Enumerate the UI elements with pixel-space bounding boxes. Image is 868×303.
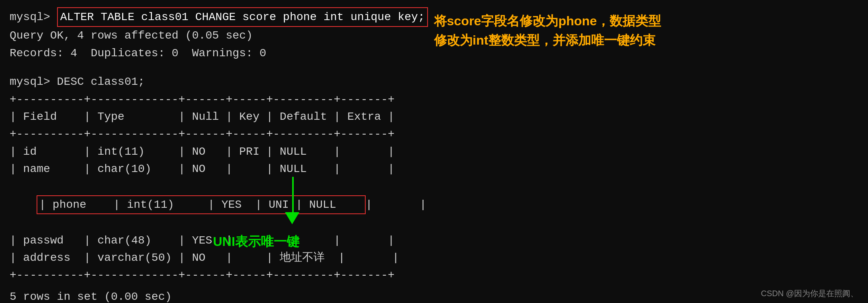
output-text-2: Records: 4 Duplicates: 0 Warnings: 0 bbox=[10, 45, 266, 62]
table-row-phone: | phone | int(11) | YES | UNI | NULL | | bbox=[10, 178, 858, 232]
table-separator-header: +----------+-------------+------+-----+-… bbox=[10, 125, 858, 143]
phone-row-highlight: | phone | int(11) | YES | UNI | NULL bbox=[37, 195, 366, 214]
annotation-orange-line2: 修改为int整数类型，并添加唯一键约束 bbox=[434, 31, 661, 50]
table-separator-top: +----------+-------------+------+-----+-… bbox=[10, 91, 858, 108]
table-header: | Field | Type | Null | Key | Default | … bbox=[10, 108, 858, 125]
command-highlight: ALTER TABLE class01 CHANGE score phone i… bbox=[57, 7, 428, 27]
desc-command: mysql> DESC class01; bbox=[10, 73, 145, 90]
table-separator-bottom: +----------+-------------+------+-----+-… bbox=[10, 266, 858, 284]
table-row-address: | address | varchar(50) | NO | | 地址不详 | … bbox=[10, 249, 858, 266]
annotation-orange: 将score字段名修改为phone，数据类型 修改为int整数类型，并添加唯一键… bbox=[434, 11, 661, 50]
prompt: mysql> bbox=[10, 8, 57, 26]
rows-result: 5 rows in set (0.00 sec) bbox=[10, 288, 172, 303]
output-text-1: Query OK, 4 rows affected (0.05 sec) bbox=[10, 27, 253, 44]
phone-row-end: | | bbox=[366, 199, 426, 211]
rows-result-line: 5 rows in set (0.00 sec) bbox=[10, 288, 858, 303]
watermark: CSDN @因为你是在照阗、 bbox=[761, 288, 858, 299]
arrow-head bbox=[285, 212, 299, 224]
table-row-id: | id | int(11) | NO | PRI | NULL | | bbox=[10, 143, 858, 160]
table-row-name: | name | char(10) | NO | | NULL | | bbox=[10, 160, 858, 178]
desc-command-line: mysql> DESC class01; bbox=[10, 73, 858, 90]
arrow-line bbox=[292, 177, 294, 213]
annotation-green: UNI表示唯一键 bbox=[213, 233, 299, 251]
table-row-passwd: | passwd | char(48) | YES | | | | bbox=[10, 232, 858, 249]
annotation-orange-line1: 将score字段名修改为phone，数据类型 bbox=[434, 11, 661, 31]
